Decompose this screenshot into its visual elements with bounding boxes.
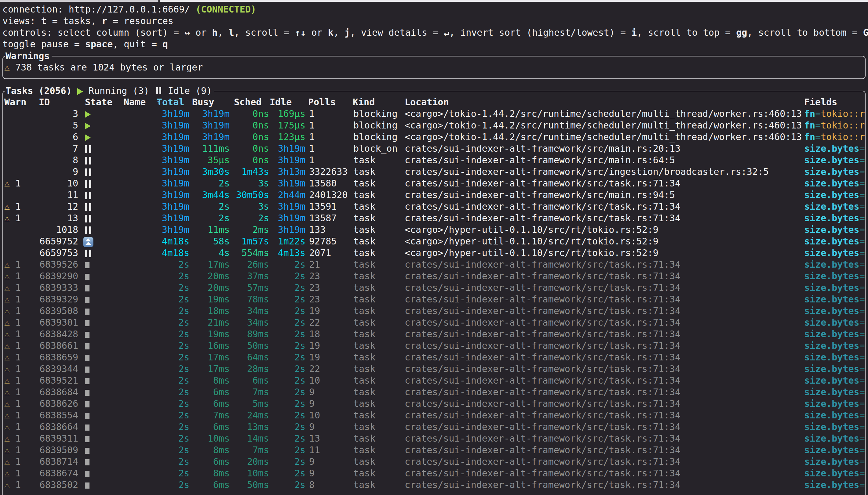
cell-sched: 10ms xyxy=(229,467,269,479)
cell-sched: 13ms xyxy=(229,421,269,433)
cell-polls: 133 xyxy=(309,224,352,236)
cell-sched: 50ms xyxy=(229,340,269,352)
cell-kind: task xyxy=(353,294,402,305)
task-row[interactable]: ⚠ 168392902s20ms37ms2s23taskcrates/sui-i… xyxy=(0,270,868,282)
cell-busy: 8ms xyxy=(190,467,230,479)
cell-total: 2s xyxy=(144,467,189,479)
task-row[interactable]: ⚠ 168393112s10ms14ms2s13taskcrates/sui-i… xyxy=(0,433,868,444)
cell-warn xyxy=(4,224,32,236)
task-row[interactable]: ⚠ 1123h19m2s3s3h19m13591taskcrates/sui-i… xyxy=(0,201,868,212)
cell-state xyxy=(85,189,104,201)
task-row[interactable]: ⚠ 168386592s17ms64ms2s19taskcrates/sui-i… xyxy=(0,352,868,363)
tasks-count-label: Tasks (2056) xyxy=(5,85,72,96)
task-row[interactable]: ⚠ 168387142s6ms20ms2s9taskcrates/sui-ind… xyxy=(0,456,868,467)
cell-polls: 19 xyxy=(309,305,352,317)
task-row[interactable]: ⚠ 168395092s8ms7ms2s11taskcrates/sui-ind… xyxy=(0,444,868,456)
cell-id: 6839521 xyxy=(34,375,78,386)
column-header-idle[interactable]: Idle xyxy=(270,97,292,108)
cell-state xyxy=(85,120,104,131)
cell-polls: 1 xyxy=(309,108,352,120)
cell-idle: 2s xyxy=(266,398,305,410)
cell-kind: task xyxy=(353,421,402,433)
cell-state xyxy=(85,421,104,433)
task-row[interactable]: ⚠ 168386642s6ms13ms2s9taskcrates/sui-ind… xyxy=(0,421,868,433)
column-header-kind[interactable]: Kind xyxy=(353,97,375,108)
cell-busy: 6ms xyxy=(190,479,230,491)
cell-state xyxy=(85,270,104,282)
task-row[interactable]: 33h19m3h19m0ns169µs1blocking<cargo>/toki… xyxy=(0,108,868,120)
cell-warn: ⚠ 1 xyxy=(4,433,32,444)
cell-kind: task xyxy=(353,398,402,410)
completed-state-icon xyxy=(85,355,89,361)
task-row[interactable]: 66597524m18s58s1m57s1m22s92785task<cargo… xyxy=(0,236,868,247)
task-row[interactable]: ⚠ 168395082s18ms34ms2s19taskcrates/sui-i… xyxy=(0,305,868,317)
idle-state-icon xyxy=(85,203,91,211)
cell-location: crates/sui-indexer-alt-framework/src/mai… xyxy=(405,189,803,201)
task-row[interactable]: ⚠ 1103h19m2s3s3h19m13580taskcrates/sui-i… xyxy=(0,177,868,189)
column-header-warn[interactable]: Warn xyxy=(4,97,26,108)
warning-triangle-icon: ⚠ xyxy=(4,340,10,351)
cell-polls: 1 xyxy=(309,143,352,154)
task-row[interactable]: 66597534m18s4s554ms4m13s2071task<cargo>/… xyxy=(0,247,868,259)
table-header-row: Warn ID State Name Total▿ Busy Sched Idl… xyxy=(2,97,866,108)
cell-total: 2s xyxy=(144,352,189,363)
column-header-name[interactable]: Name xyxy=(124,97,146,108)
task-row[interactable]: ⚠ 168386842s6ms7ms2s9taskcrates/sui-inde… xyxy=(0,386,868,398)
warning-triangle-icon: ⚠ xyxy=(4,410,10,421)
cell-warn: ⚠ 1 xyxy=(4,305,32,317)
running-state-icon xyxy=(85,134,91,141)
running-count-label: Running (3) xyxy=(83,85,155,96)
cell-sched: 37ms xyxy=(229,270,269,282)
connection-line: connection: http://127.0.0.1:6669/ (CONN… xyxy=(2,4,868,15)
task-row[interactable]: 10183h19m11ms2ms3h19m133task<cargo>/hype… xyxy=(0,224,868,236)
cell-busy: 4s xyxy=(190,247,230,259)
task-row[interactable]: ⚠ 168385022s6ms50ms2s8taskcrates/sui-ind… xyxy=(0,479,868,491)
cell-idle: 2s xyxy=(266,294,305,305)
cell-kind: task xyxy=(353,328,402,340)
column-header-polls[interactable]: Polls xyxy=(308,97,336,108)
cell-idle: 3h19m xyxy=(266,143,305,154)
cell-state xyxy=(85,166,104,177)
task-row[interactable]: ⚠ 168385542s7ms24ms2s10taskcrates/sui-in… xyxy=(0,410,868,421)
task-row[interactable]: ⚠ 168393332s20ms57ms2s23taskcrates/sui-i… xyxy=(0,282,868,294)
cell-fields: size.bytes= xyxy=(804,328,868,340)
warning-triangle-icon: ⚠ xyxy=(4,294,10,305)
task-row[interactable]: 63h19m3h19m0ns123µs1blocking<cargo>/toki… xyxy=(0,131,868,143)
cell-busy: 21ms xyxy=(190,317,230,328)
task-row[interactable]: 53h19m3h19m0ns175µs1blocking<cargo>/toki… xyxy=(0,120,868,131)
task-row[interactable]: ⚠ 168386612s16ms50ms2s19taskcrates/sui-i… xyxy=(0,340,868,352)
cell-polls: 9 xyxy=(309,421,352,433)
completed-state-icon xyxy=(85,401,89,407)
cell-warn: ⚠ 1 xyxy=(4,479,32,491)
column-header-busy[interactable]: Busy xyxy=(192,97,214,108)
tasks-panel-title: Tasks (2056) Running (3) Idle (9) xyxy=(5,85,214,97)
task-row[interactable]: ⚠ 168393292s19ms78ms2s23taskcrates/sui-i… xyxy=(0,294,868,305)
task-row[interactable]: 73h19m111ms0ns3h19m1block_oncrates/sui-i… xyxy=(0,143,868,154)
cell-id: 5 xyxy=(34,120,78,131)
task-row[interactable]: ⚠ 168393012s21ms34ms2s22taskcrates/sui-i… xyxy=(0,317,868,328)
column-header-state[interactable]: State xyxy=(85,97,112,108)
task-row[interactable]: ⚠ 168384282s19ms89ms2s18taskcrates/sui-i… xyxy=(0,328,868,340)
task-row[interactable]: ⚠ 1133h19m2s2s3h19m13587taskcrates/sui-i… xyxy=(0,212,868,224)
cell-state xyxy=(85,363,104,375)
column-header-id[interactable]: ID xyxy=(39,97,50,108)
cell-idle: 1m22s xyxy=(266,236,305,247)
task-row[interactable]: ⚠ 168393442s17ms28ms2s22taskcrates/sui-i… xyxy=(0,363,868,375)
cell-id: 13 xyxy=(34,212,78,224)
cell-state xyxy=(85,340,104,352)
task-row[interactable]: ⚠ 168395212s8ms6ms2s10taskcrates/sui-ind… xyxy=(0,375,868,386)
task-row[interactable]: ⚠ 168395262s17ms26ms2s21taskcrates/sui-i… xyxy=(0,259,868,270)
column-header-fields[interactable]: Fields xyxy=(804,97,837,108)
task-row[interactable]: 83h19m35µs0ns3h19m1taskcrates/sui-indexe… xyxy=(0,154,868,166)
cell-location: crates/sui-indexer-alt-framework/src/tas… xyxy=(405,177,803,189)
task-row[interactable]: ⚠ 168386742s8ms10ms2s9taskcrates/sui-ind… xyxy=(0,467,868,479)
cell-location: <cargo>/tokio-1.44.2/src/runtime/schedul… xyxy=(405,108,803,120)
column-header-sched[interactable]: Sched xyxy=(234,97,262,108)
cell-fields: size.bytes= xyxy=(804,259,868,270)
task-row[interactable]: 93h19m3m30s1m43s3h13m3322633taskcrates/s… xyxy=(0,166,868,177)
task-row[interactable]: ⚠ 168386262s6ms5ms2s9taskcrates/sui-inde… xyxy=(0,398,868,410)
cell-id: 6838714 xyxy=(34,456,78,467)
task-row[interactable]: 113h19m3m44s30m50s2h44m2401320taskcrates… xyxy=(0,189,868,201)
completed-state-icon xyxy=(85,425,89,431)
column-header-location[interactable]: Location xyxy=(405,97,449,108)
